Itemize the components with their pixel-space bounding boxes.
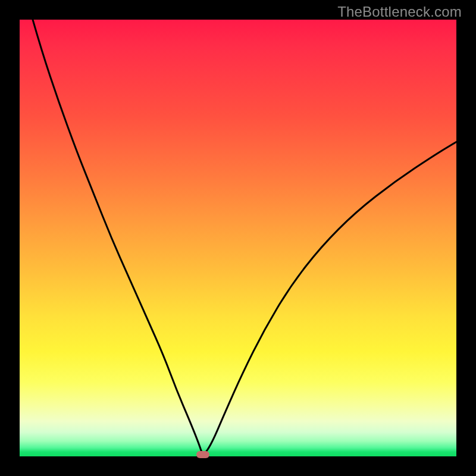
chart-frame: TheBottleneck.com xyxy=(0,0,476,476)
bottleneck-curve xyxy=(20,20,456,456)
plot-area xyxy=(20,20,456,456)
watermark-text: TheBottleneck.com xyxy=(337,4,462,20)
minimum-marker xyxy=(196,451,209,458)
